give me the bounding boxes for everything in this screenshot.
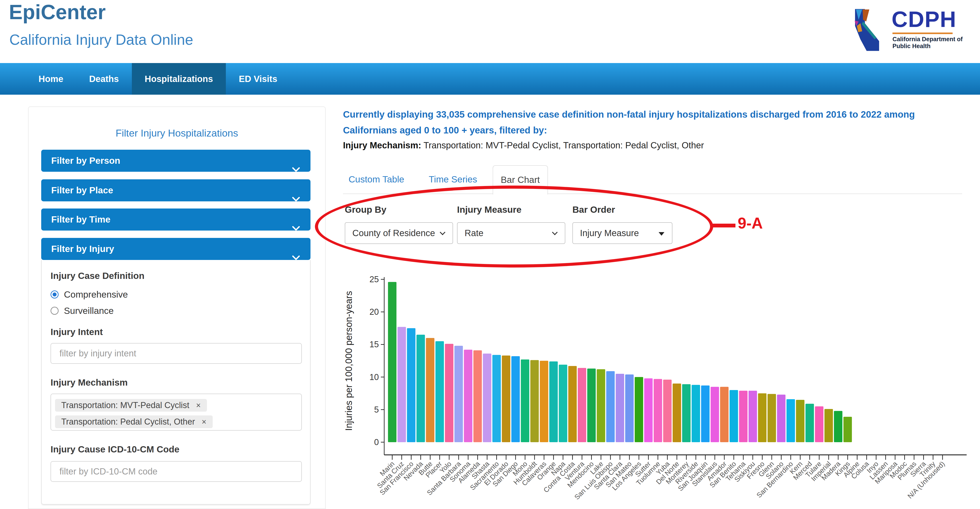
nav-item-home[interactable]: Home bbox=[25, 63, 76, 95]
mechanism-tag: Transportation: MVT-Pedal Cyclist × bbox=[55, 399, 207, 412]
svg-text:20: 20 bbox=[369, 307, 379, 317]
tabs-divider bbox=[343, 194, 962, 194]
svg-text:5: 5 bbox=[374, 405, 379, 414]
injury-intent-input[interactable] bbox=[51, 343, 302, 364]
chevron-down-icon bbox=[552, 229, 557, 235]
injury-intent-heading: Injury Intent bbox=[51, 327, 103, 337]
applied-filters-line: Injury Mechanism: Transportation: MVT-Pe… bbox=[343, 140, 967, 150]
chevron-down-icon bbox=[292, 158, 300, 180]
tab-bar-chart[interactable]: Bar Chart bbox=[493, 165, 548, 194]
svg-text:Injuries per 100,000 person-ye: Injuries per 100,000 person-years bbox=[344, 291, 354, 431]
close-icon[interactable]: × bbox=[196, 401, 200, 409]
cdph-logo: CDPH California Department of Public Hea… bbox=[851, 8, 963, 54]
main-nav: Home Deaths Hospitalizations ED Visits bbox=[0, 63, 980, 95]
radio-unselected-icon bbox=[51, 307, 59, 315]
annotation-label: 9-A bbox=[738, 214, 763, 232]
radio-label: Surveillance bbox=[64, 305, 114, 316]
selected-value: Injury Measure bbox=[580, 228, 639, 238]
close-icon[interactable]: × bbox=[202, 418, 207, 426]
page-subtitle: California Injury Data Online bbox=[10, 31, 193, 48]
nav-item-hospitalizations[interactable]: Hospitalizations bbox=[132, 63, 226, 95]
cdph-acronym: CDPH bbox=[892, 8, 963, 30]
page-title: EpiCenter bbox=[9, 0, 106, 24]
icd-code-input[interactable] bbox=[51, 461, 302, 482]
injury-rate-bar-chart: Injuries per 100,000 person-years0510152… bbox=[343, 274, 980, 509]
injury-mechanism-heading: Injury Mechanism bbox=[51, 377, 127, 388]
nav-item-deaths[interactable]: Deaths bbox=[76, 63, 132, 95]
bar-order-select[interactable]: Injury Measure bbox=[573, 222, 672, 244]
svg-text:10: 10 bbox=[369, 372, 379, 382]
injury-mechanism-multiselect[interactable]: Transportation: MVT-Pedal Cyclist × Tran… bbox=[51, 394, 302, 431]
case-definition-heading: Injury Case Definition bbox=[51, 270, 144, 281]
filter-by-injury-body: Injury Case Definition Comprehensive Sur… bbox=[41, 260, 310, 504]
chevron-down-icon bbox=[440, 229, 445, 235]
accordion-filter-by-place[interactable]: Filter by Place bbox=[41, 179, 310, 201]
california-state-icon bbox=[851, 8, 887, 54]
annotation-connector bbox=[712, 224, 735, 227]
radio-selected-icon bbox=[51, 291, 59, 299]
logo-org-line1: California Department of bbox=[892, 36, 963, 43]
filter-panel-title: Filter Injury Hospitalizations bbox=[29, 127, 325, 139]
filter-value: Transportation: MVT-Pedal Cyclist, Trans… bbox=[424, 140, 704, 150]
svg-text:15: 15 bbox=[369, 340, 379, 349]
accordion-label: Filter by Time bbox=[51, 214, 110, 224]
chevron-down-icon bbox=[292, 217, 300, 239]
radio-comprehensive[interactable]: Comprehensive bbox=[51, 289, 128, 299]
selected-value: County of Residence bbox=[352, 228, 435, 238]
accordion-label: Filter by Place bbox=[51, 185, 113, 196]
accordion-filter-by-person[interactable]: Filter by Person bbox=[41, 150, 310, 172]
epicenter-app: EpiCenter California Injury Data Online … bbox=[0, 0, 980, 509]
mechanism-tag: Transportation: Pedal Cyclist, Other × bbox=[55, 415, 213, 428]
bar-order-label: Bar Order bbox=[573, 205, 615, 215]
dropdown-arrow-icon bbox=[659, 232, 664, 236]
tag-label: Transportation: MVT-Pedal Cyclist bbox=[61, 401, 189, 410]
accordion-label: Filter by Injury bbox=[51, 244, 114, 254]
tab-time-series[interactable]: Time Series bbox=[429, 165, 477, 193]
results-summary: Currently displaying 33,035 comprehensiv… bbox=[343, 107, 967, 138]
accordion-filter-by-injury[interactable]: Filter by Injury bbox=[41, 238, 310, 260]
filter-panel: Filter Injury Hospitalizations Filter by… bbox=[28, 107, 326, 509]
injury-measure-select[interactable]: Rate bbox=[457, 222, 565, 244]
svg-text:0: 0 bbox=[374, 437, 379, 447]
accordion-filter-by-time[interactable]: Filter by Time bbox=[41, 208, 310, 231]
accordion-label: Filter by Person bbox=[51, 156, 120, 166]
logo-divider bbox=[892, 32, 953, 34]
group-by-label: Group By bbox=[345, 205, 387, 215]
tag-label: Transportation: Pedal Cyclist, Other bbox=[61, 417, 195, 426]
logo-org-line2: Public Health bbox=[892, 43, 963, 50]
injury-measure-label: Injury Measure bbox=[457, 205, 522, 215]
radio-label: Comprehensive bbox=[64, 289, 128, 300]
nav-item-ed-visits[interactable]: ED Visits bbox=[226, 63, 290, 95]
group-by-select[interactable]: County of Residence bbox=[345, 222, 453, 244]
selected-value: Rate bbox=[465, 228, 484, 238]
tab-custom-table[interactable]: Custom Table bbox=[348, 165, 404, 193]
icd-code-heading: Injury Cause ICD-10-CM Code bbox=[51, 444, 180, 455]
filter-label: Injury Mechanism: bbox=[343, 140, 421, 150]
radio-surveillance[interactable]: Surveillance bbox=[51, 306, 114, 316]
svg-text:25: 25 bbox=[369, 275, 379, 284]
chevron-down-icon bbox=[292, 188, 300, 210]
